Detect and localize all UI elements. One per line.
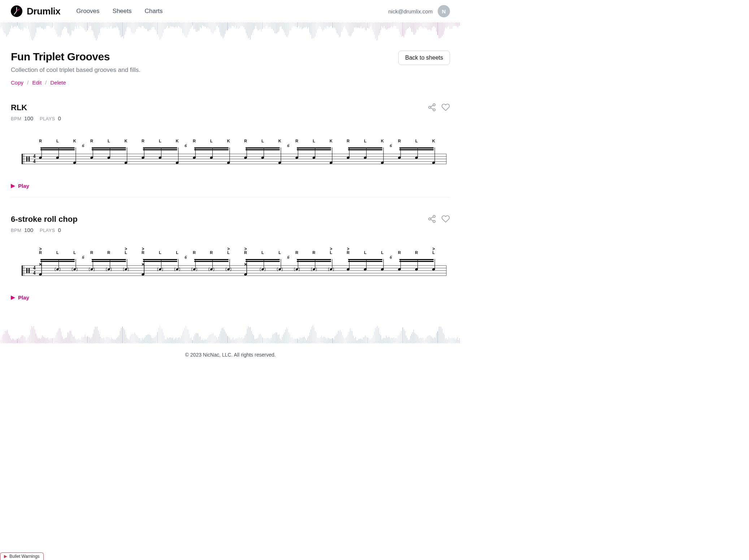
svg-text:4: 4	[33, 270, 36, 276]
svg-text:6: 6	[287, 143, 289, 148]
nav-charts[interactable]: Charts	[145, 8, 163, 15]
svg-rect-139	[246, 261, 280, 262]
header: Drumlix Grooves Sheets Charts nick@druml…	[0, 0, 461, 22]
svg-text:L: L	[278, 250, 281, 255]
notation: 446666R>LLRRL>R>LLRRL>R>LLRRL>R>LLRRL>	[11, 243, 450, 287]
svg-rect-144	[399, 259, 434, 260]
svg-text:>: >	[125, 246, 127, 251]
svg-text:R: R	[398, 250, 401, 255]
svg-text:R: R	[244, 139, 247, 143]
svg-text:R: R	[347, 139, 350, 143]
svg-marker-239	[11, 296, 15, 300]
svg-rect-24	[143, 147, 177, 148]
svg-rect-16	[29, 156, 30, 161]
svg-rect-27	[194, 149, 229, 150]
logo-icon	[11, 5, 22, 17]
separator: /	[27, 79, 29, 86]
svg-text:L: L	[56, 250, 59, 255]
edit-link[interactable]: Edit	[32, 79, 42, 86]
share-icon[interactable]	[428, 215, 436, 223]
plays-value: 0	[58, 227, 61, 233]
svg-point-3	[433, 104, 435, 106]
svg-text:K: K	[278, 139, 281, 143]
plays-value: 0	[58, 115, 61, 121]
svg-text:L: L	[364, 250, 367, 255]
play-button[interactable]: Play	[11, 294, 450, 301]
nav-grooves[interactable]: Grooves	[76, 8, 99, 15]
svg-text:R: R	[415, 250, 418, 255]
svg-text:R: R	[90, 250, 93, 255]
svg-text:L: L	[159, 139, 161, 143]
svg-rect-21	[40, 149, 75, 150]
svg-text:>: >	[39, 246, 42, 251]
svg-rect-29	[246, 149, 280, 150]
bpm-label: BPM 100	[11, 115, 33, 121]
svg-rect-15	[26, 156, 27, 161]
avatar[interactable]: N	[438, 5, 450, 17]
svg-rect-25	[143, 149, 177, 150]
svg-text:K: K	[73, 139, 76, 143]
svg-text:4: 4	[33, 159, 36, 164]
svg-text:4: 4	[33, 154, 36, 159]
svg-rect-20	[40, 147, 75, 148]
delete-link[interactable]: Delete	[50, 79, 66, 86]
groove-block: 6-stroke roll chopBPM 100 PLAYS 0 446666…	[11, 215, 450, 309]
svg-point-5	[433, 109, 435, 111]
bpm-value: 100	[24, 227, 33, 233]
svg-rect-135	[143, 261, 177, 262]
groove-block: RLKBPM 100 PLAYS 0 446666RLKRLKRLKRLKRLK…	[11, 103, 450, 197]
svg-text:L: L	[415, 139, 418, 143]
svg-rect-132	[92, 259, 126, 260]
bpm-value: 100	[24, 115, 33, 121]
svg-text:4: 4	[33, 265, 36, 271]
svg-text:R: R	[107, 250, 110, 255]
back-to-sheets-button[interactable]: Back to sheets	[398, 51, 450, 65]
svg-rect-22	[92, 147, 126, 148]
svg-text:L: L	[176, 250, 178, 255]
play-label: Play	[18, 183, 29, 189]
share-icon[interactable]	[428, 103, 436, 112]
bpm-label: BPM 100	[11, 227, 33, 233]
waveform-decoration-top	[0, 22, 461, 43]
play-icon	[11, 184, 15, 188]
svg-rect-123	[22, 266, 23, 276]
svg-text:L: L	[56, 139, 59, 143]
heart-icon[interactable]	[441, 103, 450, 112]
svg-rect-30	[297, 147, 331, 148]
nav-sheets[interactable]: Sheets	[113, 8, 132, 15]
svg-rect-13	[22, 154, 23, 164]
plays-label: PLAYS 0	[40, 115, 61, 121]
user-email[interactable]: nick@drumlix.com	[388, 8, 433, 14]
svg-text:K: K	[227, 139, 230, 143]
svg-line-1	[17, 9, 20, 11]
svg-rect-138	[246, 259, 280, 260]
separator: /	[45, 79, 47, 86]
svg-text:>: >	[347, 246, 349, 251]
svg-text:R: R	[295, 139, 298, 143]
title-row: Fun Triplet Grooves Collection of cool t…	[11, 51, 450, 74]
logo[interactable]: Drumlix	[11, 5, 60, 17]
logo-text: Drumlix	[27, 6, 60, 17]
svg-rect-133	[92, 261, 126, 262]
nav: Grooves Sheets Charts	[76, 8, 163, 15]
groove-meta: BPM 100 PLAYS 0	[11, 227, 78, 233]
svg-text:K: K	[381, 139, 384, 143]
play-button[interactable]: Play	[11, 183, 450, 189]
svg-point-114	[429, 218, 431, 220]
svg-rect-126	[29, 268, 30, 273]
svg-rect-136	[194, 259, 229, 260]
heart-icon[interactable]	[441, 215, 450, 223]
svg-line-6	[431, 105, 433, 107]
svg-rect-145	[399, 261, 434, 262]
svg-marker-112	[11, 184, 15, 188]
waveform-decoration-bottom	[0, 323, 461, 343]
copy-link[interactable]: Copy	[11, 79, 23, 86]
svg-text:K: K	[125, 139, 127, 143]
user-area: nick@drumlix.com N	[388, 5, 450, 17]
svg-rect-26	[194, 147, 229, 148]
svg-text:K: K	[330, 139, 333, 143]
page-subtitle: Collection of cool triplet based grooves…	[11, 66, 140, 74]
svg-point-113	[433, 215, 435, 217]
play-icon	[11, 296, 15, 300]
svg-text:K: K	[432, 139, 435, 143]
